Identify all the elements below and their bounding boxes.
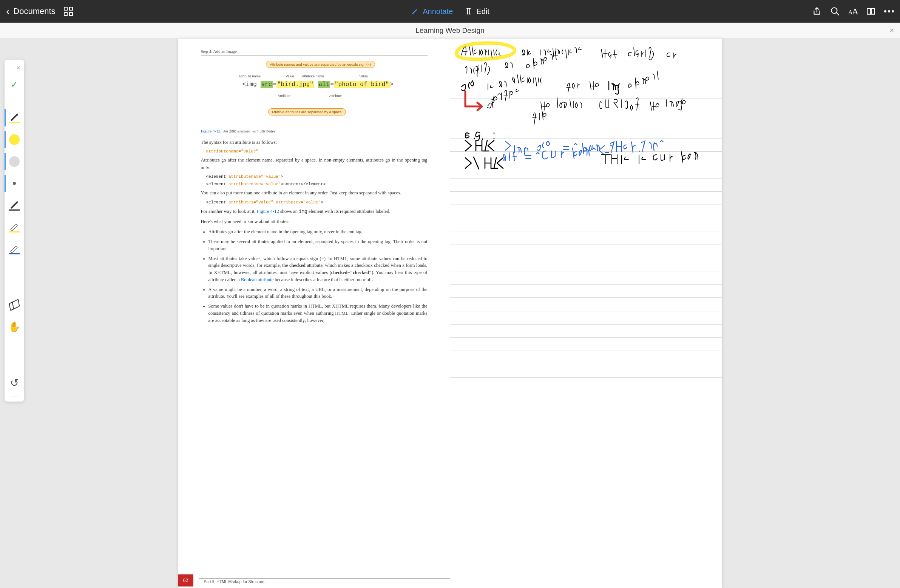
step-header: Step 4: Add an Image xyxy=(201,49,428,56)
highlighter-yellow-tool[interactable] xyxy=(5,216,24,238)
grid-view-button[interactable] xyxy=(64,7,73,16)
code-sample: <element attributename="value">Content</… xyxy=(206,182,428,186)
attribute-diagram: Attribute names and values are separated… xyxy=(246,61,420,125)
document-spread: Step 4: Add an Image Attribute names and… xyxy=(178,39,722,588)
diagram-callout-bottom: Multiple attributes are separated by a s… xyxy=(268,108,346,116)
share-icon xyxy=(812,6,822,16)
grid-square-icon xyxy=(69,7,73,11)
main-area: × ✓ ✋ ↻ Step 4: Add an Image Attribute xyxy=(0,39,900,588)
diagram-label: Attribute xyxy=(278,94,291,98)
text-size-icon: AA xyxy=(848,6,858,17)
highlighter-icon xyxy=(9,244,20,254)
handwriting-svg xyxy=(450,39,722,227)
chevron-left-icon: ‹ xyxy=(6,6,9,17)
figure-caption: Figure 4-12. An img element with attribu… xyxy=(201,129,428,134)
contents-button[interactable] xyxy=(866,6,876,16)
page-footer: 62 Part II, HTML Markup for Structure xyxy=(178,574,450,586)
grid-square-icon xyxy=(69,12,73,16)
code-sample: <element attributename="value"> xyxy=(206,174,428,179)
connector-line xyxy=(303,67,303,81)
page-left[interactable]: Step 4: Add an Image Attribute names and… xyxy=(178,39,450,588)
handwritten-notes xyxy=(450,39,722,229)
pen-black-tool[interactable] xyxy=(5,194,24,216)
paragraph: Attributes go after the element name, se… xyxy=(201,156,428,171)
search-icon xyxy=(830,6,840,16)
pen-yellow-tool[interactable] xyxy=(5,107,24,129)
back-button[interactable]: ‹ Documents xyxy=(6,6,56,17)
gray-color-icon xyxy=(9,156,20,167)
annotate-mode-button[interactable]: Annotate xyxy=(409,5,454,18)
more-icon xyxy=(884,10,894,12)
grid-square-icon xyxy=(64,7,68,11)
highlighter-icon xyxy=(9,222,20,232)
undo-tool[interactable]: ↻ xyxy=(5,372,24,394)
top-toolbar: ‹ Documents Annotate Edit AA xyxy=(0,0,900,23)
annotation-tool-palette: × ✓ ✋ ↻ xyxy=(5,60,24,402)
diagram-label: Attribute xyxy=(329,94,342,98)
list-item: Most attributes take values, which follo… xyxy=(208,255,428,283)
diagram-label: Attribute name xyxy=(239,74,261,78)
pencil-icon xyxy=(411,7,419,15)
back-label: Documents xyxy=(13,6,55,16)
code-sample: attributename="value" xyxy=(206,149,428,153)
undo-icon: ↻ xyxy=(10,377,19,389)
list-item: Some values don't have to be in quotatio… xyxy=(208,303,428,324)
document-title-bar: Learning Web Design × xyxy=(0,23,900,39)
book-icon xyxy=(866,6,876,16)
grid-square-icon xyxy=(64,12,68,16)
document-title: Learning Web Design xyxy=(416,26,484,35)
check-icon: ✓ xyxy=(11,79,18,90)
paragraph: The syntax for an attribute is as follow… xyxy=(201,139,428,146)
code-sample: <element attribute1="value" attribute2="… xyxy=(206,200,428,204)
color-yellow-tool[interactable] xyxy=(5,129,24,150)
list-item: A value might be a number, a word, a str… xyxy=(208,286,428,300)
footer-divider: Part II, HTML Markup for Structure xyxy=(199,578,450,583)
color-gray-tool[interactable] xyxy=(5,150,24,172)
text-cursor-icon xyxy=(464,7,472,15)
eraser-icon xyxy=(9,299,20,311)
highlighter-blue-tool[interactable] xyxy=(5,238,24,260)
close-button[interactable]: × xyxy=(889,26,894,35)
list-item: Attributes go after the element name in … xyxy=(208,228,428,235)
diagram-code: <img src="bird.jpg" alt="photo of bird"> xyxy=(242,81,394,88)
annotate-label: Annotate xyxy=(423,7,453,16)
pen-icon xyxy=(9,113,20,123)
diagram-label: Attribute name xyxy=(302,74,324,78)
page-number: 62 xyxy=(178,574,193,586)
search-button[interactable] xyxy=(830,6,840,16)
toolbar-right-group: AA xyxy=(812,6,894,17)
palette-close-button[interactable]: × xyxy=(12,63,24,74)
yellow-color-icon xyxy=(9,135,20,145)
figure-link[interactable]: Figure 4-12 xyxy=(257,209,279,214)
hand-tool[interactable]: ✋ xyxy=(5,316,24,338)
connector-line xyxy=(303,104,303,109)
diagram-label: Value xyxy=(360,74,368,78)
confirm-tool[interactable]: ✓ xyxy=(5,74,24,96)
palette-grip[interactable] xyxy=(10,396,19,397)
paragraph: Here's what you need to know about attri… xyxy=(201,218,428,225)
more-button[interactable] xyxy=(884,10,894,12)
text-size-button[interactable]: AA xyxy=(848,6,858,17)
list-item: There may be several attributes applied … xyxy=(208,238,428,252)
toolbar-left-group: ‹ Documents xyxy=(6,6,73,17)
paragraph: For another way to look at it, Figure 4-… xyxy=(201,207,428,215)
toolbar-mode-group: Annotate Edit xyxy=(409,5,491,18)
diagram-callout-top: Attribute names and values are separated… xyxy=(266,61,375,68)
hand-icon: ✋ xyxy=(8,321,20,333)
bullet-list: Attributes go after the element name in … xyxy=(201,228,428,324)
stroke-size-tool[interactable] xyxy=(5,172,24,194)
diagram-label: Value xyxy=(286,74,294,78)
edit-label: Edit xyxy=(476,7,489,16)
page-right-notes[interactable] xyxy=(450,39,722,588)
footer-text: Part II, HTML Markup for Structure xyxy=(204,579,450,584)
pen-icon xyxy=(9,200,20,210)
paragraph: You can also put more than one attribute… xyxy=(201,189,428,197)
small-dot-icon xyxy=(13,182,16,185)
eraser-tool[interactable] xyxy=(5,294,24,316)
share-button[interactable] xyxy=(812,6,822,16)
glossary-link[interactable]: Boolean attribute xyxy=(241,277,273,282)
edit-mode-button[interactable]: Edit xyxy=(462,5,490,18)
